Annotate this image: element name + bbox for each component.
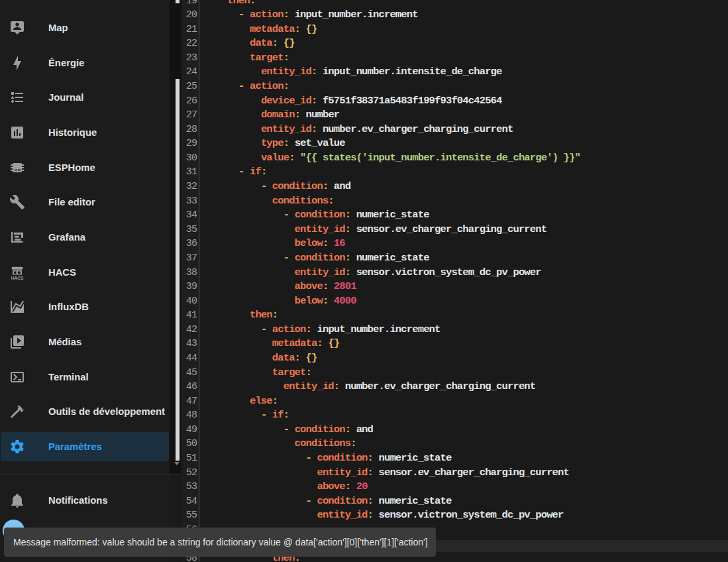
svg-text:HACS: HACS (11, 276, 24, 280)
